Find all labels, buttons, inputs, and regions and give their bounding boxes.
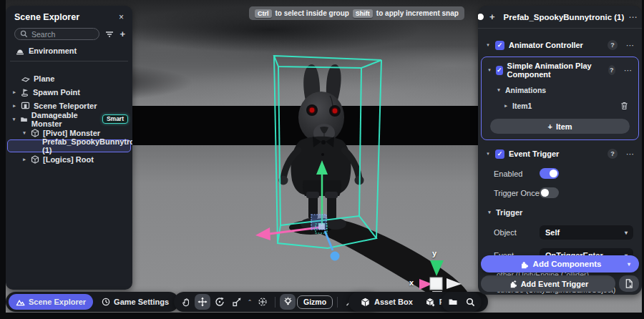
enabled-toggle[interactable] [540, 168, 559, 179]
trash-icon[interactable] [620, 102, 628, 110]
component-animator-controller[interactable]: ▾ ✓ Animator Controller ? ⋯ [478, 29, 642, 55]
chevron-down-icon[interactable]: ▾ [485, 151, 491, 157]
chevron-down-icon: ▾ [628, 261, 630, 268]
new-script-button[interactable] [619, 275, 639, 292]
chevron-down-icon: ▾ [625, 230, 628, 236]
chevron-down-icon[interactable]: ▾ [487, 210, 492, 215]
component-simple-animation-play[interactable]: ▾ ✓ Simple Animation Play Component ? ⋯ … [481, 57, 639, 140]
component-menu-icon[interactable]: ⋯ [626, 149, 635, 159]
hint-text-1: to select inside group [275, 9, 349, 17]
cube-icon [31, 155, 39, 164]
search-box[interactable] [14, 28, 99, 40]
trigger-subheader[interactable]: ▾ Trigger [478, 202, 642, 221]
plus-icon: + [547, 122, 552, 131]
search-input[interactable] [31, 30, 82, 39]
rotate-icon [215, 297, 225, 307]
search-icon [20, 30, 28, 38]
more-options-icon[interactable]: ⋯ [628, 12, 638, 22]
trigger-label: Trigger [496, 208, 522, 217]
tree-item-damageable-monster[interactable]: ▾ Damageable Monster Smart [6, 112, 132, 126]
snap-grid-button[interactable] [255, 294, 270, 310]
expand-icon[interactable]: ▾ [11, 117, 16, 122]
tab-game-settings[interactable]: Game Settings [94, 294, 176, 310]
item1-label: Item1 [512, 102, 532, 110]
packages-icon [426, 298, 435, 307]
component-event-trigger[interactable]: ▾ ✓ Event Trigger ? ⋯ [478, 140, 642, 164]
inspector-panel: + Prefab_SpookyBunnytronic (1) ⋯ × ▾ ✓ A… [478, 6, 642, 295]
filter-icon[interactable] [104, 29, 114, 39]
scene-explorer-panel: Scene Explorer × + Environment [6, 6, 132, 290]
help-icon[interactable]: ? [608, 65, 615, 75]
divider [337, 297, 338, 308]
tab-label: Scene Explorer [29, 298, 86, 306]
help-icon[interactable]: ? [608, 149, 618, 159]
component-title: Simple Animation Play Component [507, 62, 604, 79]
enabled-row: Enabled [478, 164, 642, 183]
shift-key-badge: Shift [353, 9, 373, 18]
light-toggle-button[interactable] [280, 294, 296, 310]
game-settings-icon [102, 298, 110, 306]
pan-tool-button[interactable] [177, 294, 193, 310]
enabled-label: Enabled [494, 170, 540, 178]
hint-text-2: to apply increment snap [376, 9, 459, 17]
expand-icon[interactable]: ▸ [21, 157, 27, 162]
close-icon[interactable]: × [119, 12, 124, 22]
tree-item-prefab-spookybunnytronic[interactable]: Prefab_SpookyBunnytronic (1) [7, 139, 131, 152]
search-assets-button[interactable] [462, 294, 478, 310]
tree-item-label: Plane [34, 74, 54, 83]
tab-scene-explorer[interactable]: Scene Explorer [9, 294, 93, 310]
chevron-down-icon[interactable]: ▾ [487, 67, 492, 73]
asset-box-label: Asset Box [374, 298, 413, 306]
environment-label: Environment [29, 46, 77, 55]
add-components-button[interactable]: Add Components ▾ [481, 255, 639, 273]
help-icon[interactable]: ? [608, 40, 618, 50]
chevron-right-icon[interactable]: ▸ [503, 103, 509, 109]
axis-label-y: y [432, 249, 436, 257]
tree-item-spawn-point[interactable]: ▸ Spawn Point [6, 85, 132, 99]
bunny-eye-right [333, 109, 338, 114]
gizmo-plane-handle[interactable] [311, 215, 326, 230]
environment-row[interactable]: Environment [6, 44, 132, 59]
tree-item-label: Scene Teleporter [34, 102, 97, 110]
scale-tool-button[interactable] [229, 294, 245, 310]
axis-cube[interactable] [430, 278, 442, 290]
puzzle-plus-icon [508, 280, 517, 288]
divider [275, 297, 275, 308]
component-menu-icon[interactable]: ⋯ [626, 41, 635, 50]
scene-tree: Plane ▸ Spawn Point ▸ Scene Teleporter ▾ [6, 66, 132, 166]
trigger-once-toggle[interactable] [540, 187, 559, 198]
add-item-button[interactable]: + Item [490, 119, 630, 134]
move-tool-button[interactable] [195, 294, 210, 310]
animator-enabled-checkbox[interactable]: ✓ [495, 41, 504, 50]
rotate-tool-button[interactable] [212, 294, 228, 310]
object-row: Object Self ▾ [478, 221, 642, 244]
expand-icon[interactable]: ▸ [11, 103, 17, 109]
inspector-header: + Prefab_SpookyBunnytronic (1) ⋯ × [478, 6, 642, 28]
trigger-once-row: Trigger Once [478, 183, 642, 202]
chevron-down-icon[interactable]: ▾ [485, 42, 491, 48]
add-object-icon[interactable]: + [119, 29, 125, 39]
gizmo-button[interactable]: Gizmo [297, 295, 333, 309]
animation-item1-row[interactable]: ▸ Item1 [482, 98, 638, 114]
window-edge-bottom [0, 313, 644, 319]
object-select[interactable]: Self ▾ [540, 225, 633, 240]
hand-icon [181, 298, 190, 307]
ctrl-key-badge: Ctrl [255, 9, 272, 18]
add-icon[interactable]: + [489, 12, 495, 21]
teleporter-icon [21, 102, 30, 109]
tab-label: Game Settings [114, 298, 169, 306]
add-event-trigger-button[interactable]: Add Event Trigger [481, 275, 615, 292]
expand-icon[interactable]: ▾ [21, 130, 27, 136]
snap-grid-icon [258, 297, 268, 307]
tree-item-label: [Logics] Root [43, 155, 94, 164]
event-trigger-checkbox[interactable]: ✓ [495, 149, 504, 159]
component-menu-icon[interactable]: ⋯ [624, 66, 633, 75]
folder-button[interactable] [445, 294, 461, 310]
asset-box-button[interactable]: Asset Box [354, 298, 419, 307]
expand-icon[interactable]: ▸ [11, 89, 17, 95]
animations-group-row[interactable]: ▾ Animations [482, 82, 638, 98]
simple-anim-enabled-checkbox[interactable]: ✓ [496, 66, 503, 75]
chevron-down-icon[interactable]: ▾ [496, 87, 502, 93]
tool-options-caret[interactable]: ⌃ [246, 299, 253, 305]
tree-item-plane[interactable]: Plane [6, 72, 132, 85]
